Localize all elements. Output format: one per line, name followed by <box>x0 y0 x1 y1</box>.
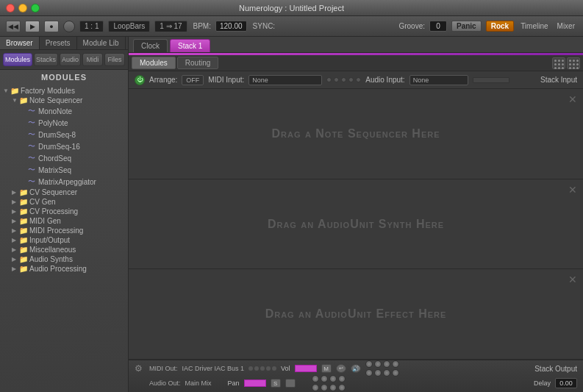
panic-button[interactable]: Panic <box>451 21 482 32</box>
mute-button[interactable]: M <box>321 364 332 373</box>
solo-button[interactable]: S <box>271 379 281 388</box>
rock-button[interactable]: Rock <box>486 21 514 32</box>
sidebar-tab-browser[interactable]: Browser <box>0 37 40 49</box>
knob[interactable] <box>321 375 328 382</box>
tab-stacks[interactable]: Stacks <box>34 53 58 66</box>
rewind-button[interactable]: ◀◀ <box>6 21 21 32</box>
note-sequencer-drop-zone[interactable]: ✕ Drag a Note Sequencer Here <box>129 89 583 179</box>
sub-tab-routing[interactable]: Routing <box>177 57 218 69</box>
knob[interactable] <box>365 369 373 377</box>
knob[interactable] <box>321 384 328 391</box>
knob[interactable] <box>312 375 319 382</box>
arrange-toggle[interactable]: OFF <box>182 75 204 85</box>
audio-out-label: Audio Out: <box>149 379 181 387</box>
arrow-icon: ▶ <box>12 256 19 263</box>
grid-view-button-2[interactable] <box>567 57 580 69</box>
tree-cv-processing[interactable]: ▶ 📁 CV Processing <box>3 207 125 216</box>
record-button[interactable]: ● <box>44 21 59 32</box>
delay-value[interactable]: 0.00 <box>555 378 577 388</box>
knob[interactable] <box>392 369 399 377</box>
bottom-bar: ⚙ MIDI Out: IAC Driver IAC Bus 1 Vol M ↩… <box>129 360 583 392</box>
loop-mode-display[interactable]: LoopBars <box>108 21 150 32</box>
knob[interactable] <box>383 360 390 368</box>
gear-icon[interactable]: ⚙ <box>135 363 145 374</box>
bpm-label: BPM: <box>193 22 211 30</box>
knob[interactable] <box>312 384 319 391</box>
tree-audio-synths[interactable]: ▶ 📁 Audio Synths <box>3 254 125 264</box>
vol-fader[interactable] <box>295 365 317 372</box>
tree-polynote[interactable]: 〜 PolyNote <box>3 117 125 129</box>
tree-drumseq8[interactable]: 〜 DrumSeq-8 <box>3 129 125 140</box>
sub-tab-group: Modules Routing <box>132 57 218 69</box>
tree-item-label: ChordSeq <box>38 154 71 163</box>
groove-label: Groove: <box>398 22 425 30</box>
sub-tab-modules[interactable]: Modules <box>132 57 176 69</box>
tree-note-sequencer[interactable]: ▼ 📁 Note Sequencer <box>3 96 125 105</box>
tree-factory-modules[interactable]: ▼ 📁 Factory Modules <box>3 86 125 96</box>
clock-tab[interactable]: Clock <box>133 39 168 52</box>
folder-icon: 📁 <box>19 207 29 215</box>
audio-out-value: Main Mix <box>185 379 212 387</box>
tab-files[interactable]: Files <box>104 53 125 66</box>
pan-fader[interactable] <box>244 379 266 387</box>
stack1-tab[interactable]: Stack 1 <box>170 39 210 52</box>
knob[interactable] <box>365 360 373 368</box>
tempo-knob[interactable] <box>63 21 75 32</box>
tree-audio-processing[interactable]: ▶ 📁 Audio Processing <box>3 264 125 274</box>
tree-matrixseq[interactable]: 〜 MatrixSeq <box>3 164 125 176</box>
dot <box>272 366 276 371</box>
grid-view-button-1[interactable] <box>552 57 565 69</box>
vol-knob[interactable] <box>285 379 296 388</box>
knob[interactable] <box>338 384 346 391</box>
knob[interactable] <box>374 360 382 368</box>
knob[interactable] <box>329 375 337 382</box>
tree-midi-gen[interactable]: ▶ 📁 MIDI Gen <box>3 216 125 226</box>
sidebar-tab-modulelib[interactable]: Module Lib <box>77 37 126 49</box>
tab-midi[interactable]: Midi <box>82 53 103 66</box>
vol-label: Vol <box>281 365 290 372</box>
power-button[interactable]: ⏻ <box>135 75 145 85</box>
timeline-button[interactable]: Timeline <box>518 21 550 31</box>
tab-modules[interactable]: Modules <box>3 53 32 66</box>
minimize-button[interactable] <box>18 4 27 13</box>
midi-input-select[interactable]: None <box>248 75 322 85</box>
dot <box>254 366 259 371</box>
tab-audio[interactable]: Audio <box>60 53 81 66</box>
audio-input-select[interactable]: None <box>409 75 468 85</box>
tree-cv-sequencer[interactable]: ▶ 📁 CV Sequencer <box>3 188 125 197</box>
knob[interactable] <box>392 360 399 368</box>
tree-matrixarp[interactable]: 〜 MatrixArpeggiator <box>3 176 125 188</box>
knob[interactable] <box>383 369 390 377</box>
mixer-button[interactable]: Mixer <box>555 21 577 31</box>
knob[interactable] <box>374 369 382 377</box>
tree-input-output[interactable]: ▶ 📁 Input/Output <box>3 235 125 245</box>
module-type-tabs: Modules Stacks Audio Midi Files <box>0 50 128 70</box>
close-icon[interactable]: ✕ <box>568 93 577 105</box>
bpm-value[interactable]: 120.00 <box>215 21 247 32</box>
tree-mononote[interactable]: 〜 MonoNote <box>3 105 125 117</box>
tree-item-label: MonoNote <box>38 107 72 115</box>
tree-drumseq16[interactable]: 〜 DrumSeq-16 <box>3 140 125 152</box>
groove-value[interactable]: 0 <box>429 21 447 32</box>
arrow-icon: ▶ <box>12 189 19 196</box>
tree-miscellaneous[interactable]: ▶ 📁 Miscellaneous <box>3 245 125 254</box>
sidebar-tab-presets[interactable]: Presets <box>40 37 77 49</box>
play-button[interactable]: ▶ <box>25 21 40 32</box>
tree-chordseq[interactable]: 〜 ChordSeq <box>3 152 125 164</box>
headphone-button[interactable]: ↩ <box>336 364 346 373</box>
close-button[interactable] <box>6 4 15 13</box>
knob[interactable] <box>338 375 346 382</box>
maximize-button[interactable] <box>31 4 40 13</box>
close-icon[interactable]: ✕ <box>568 184 577 196</box>
tree-cv-gen[interactable]: ▶ 📁 CV Gen <box>3 197 125 207</box>
tree-item-label: Audio Processing <box>29 265 87 273</box>
effect-drop-zone[interactable]: ✕ Drag an AudioUnit Effect Here <box>129 269 583 360</box>
midi-out-label: MIDI Out: <box>149 365 178 372</box>
tree-midi-processing[interactable]: ▶ 📁 MIDI Processing <box>3 226 125 235</box>
knob[interactable] <box>329 384 337 391</box>
wave-icon: 〜 <box>28 153 38 163</box>
close-icon[interactable]: ✕ <box>568 274 577 285</box>
speaker-button[interactable]: 🔊 <box>351 364 361 373</box>
synth-drop-zone[interactable]: ✕ Drag an AudioUnit Synth Here <box>129 179 583 270</box>
wave-icon: 〜 <box>28 177 38 187</box>
